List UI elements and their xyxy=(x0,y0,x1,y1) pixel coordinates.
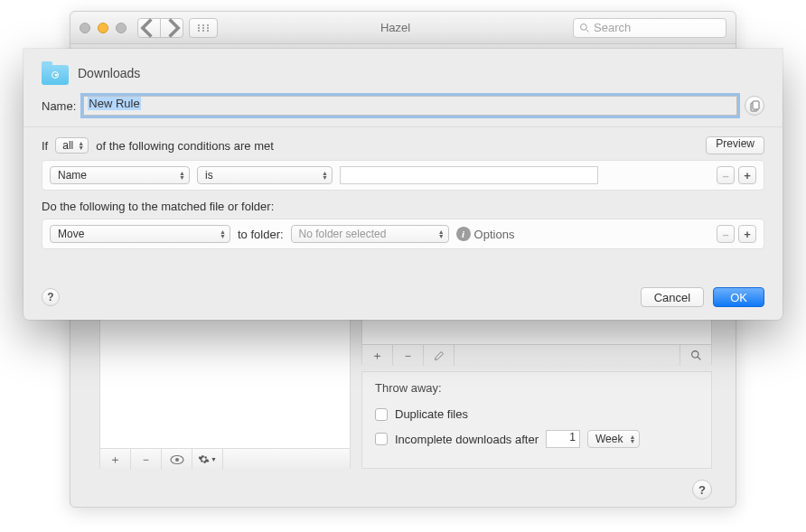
rules-toolbar: ＋ － xyxy=(362,344,711,366)
incomplete-duration-field[interactable]: 1 xyxy=(546,430,580,448)
destination-folder-value: No folder selected xyxy=(299,228,387,240)
throw-away-section: Throw away: Duplicate files Incomplete d… xyxy=(361,371,712,469)
chevron-updown-icon: ▲▼ xyxy=(220,229,226,238)
condition-operator-value: is xyxy=(205,169,213,182)
titlebar: Hazel Search xyxy=(70,12,736,44)
svg-point-9 xyxy=(581,23,587,30)
rule-name-input[interactable]: New Rule xyxy=(83,96,737,116)
zoom-window-button[interactable] xyxy=(116,23,127,33)
back-button[interactable] xyxy=(137,18,161,38)
name-label: Name: xyxy=(42,99,76,113)
if-label: If xyxy=(42,139,48,153)
svg-rect-16 xyxy=(753,101,759,109)
remove-condition-button[interactable]: – xyxy=(717,166,735,184)
show-all-button[interactable] xyxy=(189,18,218,38)
svg-point-7 xyxy=(202,30,204,32)
window-controls xyxy=(80,23,127,33)
rule-editor-sheet: Downloads Name: New Rule If all ▲▼ of th… xyxy=(23,49,783,320)
ok-button[interactable]: OK xyxy=(713,287,764,307)
folder-name-label: Downloads xyxy=(78,66,140,80)
svg-point-12 xyxy=(175,458,179,462)
options-label[interactable]: Options xyxy=(474,228,515,241)
chevron-updown-icon: ▲▼ xyxy=(322,171,328,180)
sheet-header: Downloads xyxy=(23,49,783,92)
svg-line-14 xyxy=(698,357,700,359)
svg-point-13 xyxy=(691,351,698,358)
action-verb-value: Move xyxy=(58,228,84,240)
condition-value-input[interactable] xyxy=(340,166,598,184)
action-menu-button[interactable]: ▼ xyxy=(192,449,223,470)
add-folder-button[interactable]: ＋ xyxy=(100,449,131,470)
nav-buttons xyxy=(137,18,183,38)
condition-scope-select[interactable]: all ▲▼ xyxy=(55,137,89,154)
add-rule-button[interactable]: ＋ xyxy=(362,345,393,366)
add-action-button[interactable]: + xyxy=(738,225,756,243)
downloads-folder-icon xyxy=(42,61,69,85)
close-window-button[interactable] xyxy=(80,23,90,33)
do-label: Do the following to the matched file or … xyxy=(42,200,764,213)
incomplete-unit-value: Week xyxy=(595,433,623,445)
rules-search-button[interactable] xyxy=(680,345,711,366)
action-row: Move ▲▼ to folder: No folder selected ▲▼… xyxy=(42,219,764,249)
svg-point-8 xyxy=(207,30,209,32)
condition-scope-value: all xyxy=(62,139,73,152)
window-title: Hazel xyxy=(218,21,573,34)
add-condition-button[interactable]: + xyxy=(738,166,756,184)
minimize-window-button[interactable] xyxy=(98,23,108,33)
condition-operator-select[interactable]: is ▲▼ xyxy=(197,166,333,184)
condition-attribute-value: Name xyxy=(58,169,87,182)
sheet-help-button[interactable]: ? xyxy=(42,288,60,306)
if-suffix-label: of the following conditions are met xyxy=(96,139,274,153)
svg-line-10 xyxy=(586,29,589,32)
cancel-button[interactable]: Cancel xyxy=(641,287,704,307)
svg-point-5 xyxy=(207,27,209,29)
info-icon: i xyxy=(456,227,471,241)
chevron-updown-icon: ▲▼ xyxy=(630,434,636,443)
remove-rule-button[interactable]: － xyxy=(393,345,424,366)
preview-button[interactable]: Preview xyxy=(706,136,764,154)
svg-point-1 xyxy=(202,24,204,26)
remove-folder-button[interactable]: － xyxy=(131,449,162,470)
forward-button[interactable] xyxy=(160,18,183,38)
incomplete-unit-select[interactable]: Week ▲▼ xyxy=(587,430,640,448)
condition-attribute-select[interactable]: Name ▲▼ xyxy=(50,166,190,184)
folders-toolbar: ＋ － ▼ xyxy=(100,448,350,470)
sheet-footer: ? Cancel OK xyxy=(23,278,783,320)
chevron-updown-icon: ▲▼ xyxy=(438,229,445,238)
throw-away-title: Throw away: xyxy=(375,381,698,395)
svg-point-3 xyxy=(198,27,200,29)
to-folder-label: to folder: xyxy=(238,228,284,241)
remove-action-button[interactable]: – xyxy=(717,225,735,243)
incomplete-downloads-label: Incomplete downloads after xyxy=(395,433,539,446)
incomplete-downloads-checkbox[interactable] xyxy=(375,433,388,445)
search-input[interactable]: Search xyxy=(573,18,726,38)
duplicate-files-label: Duplicate files xyxy=(395,407,468,421)
duplicate-files-checkbox[interactable] xyxy=(375,408,388,421)
svg-point-6 xyxy=(198,30,200,32)
help-button[interactable]: ? xyxy=(692,480,712,499)
search-placeholder: Search xyxy=(594,21,631,34)
copy-rule-button[interactable] xyxy=(745,96,764,116)
svg-point-0 xyxy=(198,24,200,26)
chevron-updown-icon: ▲▼ xyxy=(179,171,185,180)
preview-toggle-button[interactable] xyxy=(162,449,192,470)
action-verb-select[interactable]: Move ▲▼ xyxy=(50,225,230,243)
condition-row: Name ▲▼ is ▲▼ – + xyxy=(42,160,764,191)
chevron-updown-icon: ▲▼ xyxy=(78,141,84,150)
svg-point-2 xyxy=(207,24,209,26)
edit-rule-button[interactable] xyxy=(424,345,455,366)
svg-point-4 xyxy=(202,27,204,29)
rule-name-value: New Rule xyxy=(88,97,140,110)
destination-folder-select[interactable]: No folder selected ▲▼ xyxy=(291,225,449,243)
